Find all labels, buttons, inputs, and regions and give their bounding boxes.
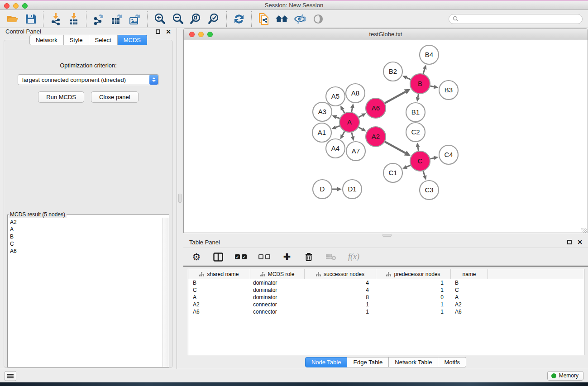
- column-header-shared-name[interactable]: shared name: [188, 269, 250, 279]
- edge-A6-B[interactable]: [385, 92, 405, 103]
- delete-columns-trash-icon[interactable]: [304, 251, 314, 263]
- edge-C-C2[interactable]: [418, 147, 418, 151]
- criterion-select[interactable]: largest connected component (directed): [18, 74, 159, 85]
- duplicate-network-icon[interactable]: [255, 11, 273, 27]
- network-maximize-button[interactable]: [207, 32, 213, 37]
- edge-B-B4[interactable]: [423, 69, 425, 74]
- tab-network[interactable]: Network: [29, 35, 64, 45]
- column-header-MCDS-role[interactable]: MCDS role: [250, 269, 305, 279]
- run-mcds-button[interactable]: Run MCDS: [38, 91, 84, 103]
- optimization-criterion-label: Optimization criterion:: [4, 62, 172, 69]
- tab-network-table[interactable]: Network Table: [389, 357, 438, 367]
- edge-A-A4[interactable]: [343, 131, 345, 135]
- close-window-button[interactable]: [4, 3, 10, 9]
- edge-C-C1[interactable]: [406, 165, 411, 167]
- edge-A2-C[interactable]: [385, 142, 405, 153]
- tab-mcds[interactable]: MCDS: [118, 35, 147, 45]
- minimize-window-button[interactable]: [13, 3, 19, 9]
- search-field[interactable]: [449, 14, 583, 24]
- export-image-icon[interactable]: [126, 11, 144, 27]
- mcds-result-title: MCDS result (5 nodes): [9, 211, 67, 218]
- column-header-successor-nodes[interactable]: successor nodes: [305, 269, 376, 279]
- edge-A-A6[interactable]: [359, 115, 362, 117]
- table-settings-gear-icon[interactable]: ⚙: [191, 251, 201, 263]
- window-resize-grip[interactable]: [581, 228, 587, 233]
- edge-A-A5[interactable]: [343, 110, 344, 113]
- list-item[interactable]: C: [10, 240, 162, 248]
- edge-C-C4[interactable]: [430, 158, 434, 159]
- unselect-all-columns-icon[interactable]: ✓✓: [258, 251, 270, 263]
- memory-button[interactable]: Memory: [547, 371, 583, 381]
- column-header-predecessor-nodes[interactable]: predecessor nodes: [376, 269, 451, 279]
- zoom-fit-icon[interactable]: [187, 11, 205, 27]
- edge-B-B1[interactable]: [418, 94, 418, 98]
- home-views-icon[interactable]: [273, 11, 291, 27]
- table-row[interactable]: Adominator80A: [188, 294, 584, 301]
- select-all-columns-icon[interactable]: ✓✓: [235, 251, 247, 263]
- node-label-D: D: [320, 185, 325, 193]
- import-table-icon[interactable]: [65, 11, 83, 27]
- horizontal-splitter-handle[interactable]: [382, 234, 392, 237]
- edge-A-A3[interactable]: [336, 117, 340, 119]
- node-label-A5: A5: [331, 92, 339, 100]
- float-table-panel-icon[interactable]: [567, 240, 572, 244]
- list-item[interactable]: A: [10, 226, 162, 233]
- edge-A-A1[interactable]: [336, 126, 340, 127]
- network-window-titlebar[interactable]: testGlobe.txt: [184, 29, 588, 40]
- table-row[interactable]: A2connector11A2: [188, 301, 584, 308]
- table-row[interactable]: Bdominator41B: [188, 279, 584, 286]
- result-scrollbar[interactable]: [162, 218, 169, 367]
- export-table-icon[interactable]: [108, 11, 126, 27]
- memory-label: Memory: [559, 372, 578, 379]
- show-columns-icon[interactable]: [213, 251, 223, 263]
- edge-C-C3[interactable]: [423, 171, 425, 176]
- close-panel-icon[interactable]: ✕: [166, 29, 171, 34]
- tab-edge-table[interactable]: Edge Table: [347, 357, 389, 367]
- mcds-result-list[interactable]: A2ABCA6: [8, 218, 162, 367]
- hierarchy-icon: [260, 272, 265, 276]
- node-label-A2: A2: [372, 133, 380, 140]
- zoom-out-icon[interactable]: [169, 11, 187, 27]
- network-minimize-button[interactable]: [198, 32, 204, 37]
- network-canvas[interactable]: B4B2BB3B1A5A8A6A3AA1C2A4A7A2CC4C1C3DD1: [184, 40, 588, 233]
- edge-A-A7[interactable]: [352, 132, 353, 136]
- table-row[interactable]: A6connector11A6: [188, 308, 584, 315]
- zoom-selected-icon[interactable]: [205, 11, 223, 27]
- column-header-name[interactable]: name: [451, 269, 488, 279]
- tab-style[interactable]: Style: [64, 35, 89, 45]
- close-table-panel-icon[interactable]: ✕: [577, 240, 583, 244]
- maximize-window-button[interactable]: [22, 3, 28, 9]
- table-header-row[interactable]: shared nameMCDS rolesuccessor nodesprede…: [188, 269, 584, 279]
- refresh-icon[interactable]: [230, 11, 248, 27]
- hide-graphics-eye-icon[interactable]: [291, 11, 309, 27]
- desktop-background-strip: [0, 382, 588, 386]
- task-history-list-icon[interactable]: [5, 371, 16, 381]
- vertical-splitter-handle[interactable]: [178, 194, 182, 203]
- search-input[interactable]: [461, 16, 578, 22]
- network-close-button[interactable]: [189, 32, 195, 37]
- edge-B-B2[interactable]: [406, 78, 411, 80]
- edge-B-B3[interactable]: [430, 86, 434, 87]
- create-column-plus-icon[interactable]: ✚: [282, 251, 292, 263]
- table-tabs: Node TableEdge TableNetwork TableMotifs: [183, 355, 588, 369]
- close-panel-button[interactable]: Close panel: [91, 91, 139, 103]
- edge-A-A2[interactable]: [359, 127, 362, 129]
- edge-arrowhead: [416, 143, 420, 148]
- list-item[interactable]: A2: [10, 219, 162, 226]
- float-panel-icon[interactable]: [156, 29, 160, 34]
- tab-select[interactable]: Select: [89, 35, 118, 45]
- tab-node-table[interactable]: Node Table: [305, 357, 348, 367]
- save-session-icon[interactable]: [22, 11, 40, 27]
- edge-A-A8[interactable]: [352, 108, 353, 112]
- export-network-icon[interactable]: [90, 11, 108, 27]
- open-session-icon[interactable]: [4, 11, 22, 27]
- tab-motifs[interactable]: Motifs: [438, 357, 466, 367]
- list-item[interactable]: A6: [10, 248, 162, 255]
- list-item[interactable]: B: [10, 233, 162, 240]
- table-body[interactable]: Bdominator41BCdominator41CAdominator80AA…: [188, 279, 584, 315]
- zoom-in-icon[interactable]: [151, 11, 169, 27]
- search-icon: [453, 16, 459, 22]
- import-network-icon[interactable]: [47, 11, 65, 27]
- table-row[interactable]: Cdominator41C: [188, 286, 584, 294]
- node-label-C4: C4: [444, 151, 453, 158]
